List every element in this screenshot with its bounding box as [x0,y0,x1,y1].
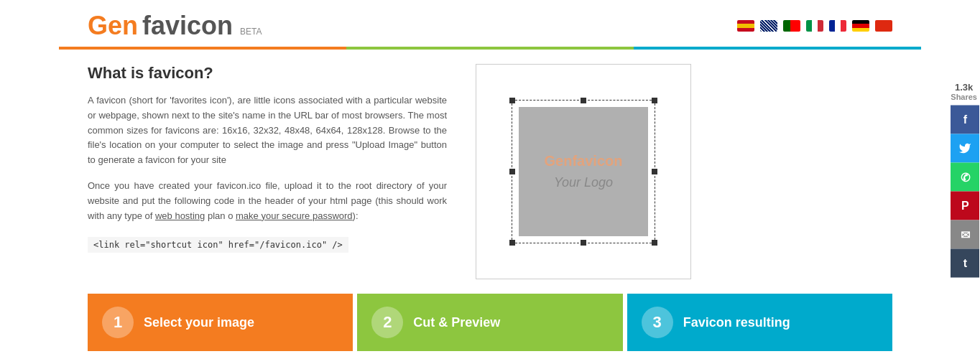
flag-italian[interactable] [806,20,823,32]
social-twitter-button[interactable] [951,134,979,163]
logo-favicon: favicon [142,11,233,41]
step-1-label: Select your image [144,315,254,330]
image-preview: Genfavicon Your Logo [476,64,691,279]
step-1-button[interactable]: 1 Select your image [88,294,353,351]
flag-french[interactable] [829,20,846,32]
crop-handle-tl[interactable] [509,98,515,103]
flag-english[interactable] [760,20,777,32]
logo[interactable]: Genfavicon BETA [88,11,262,41]
social-pinterest-button[interactable]: P [951,192,979,220]
nav-bar [59,47,921,50]
share-count: 1.3k Shares [951,82,980,101]
steps-bar: 1 Select your image 2 Cut & Preview 3 Fa… [59,294,921,351]
social-email-button[interactable]: ✉ [951,220,979,249]
logo-beta: BETA [240,27,262,37]
preview-inner: Genfavicon Your Logo [504,93,662,251]
step-3-circle: 3 [642,307,673,338]
nav-orange [59,47,346,50]
link-password[interactable]: make your secure password [236,210,353,221]
logo-gen: Gen [88,11,138,41]
social-facebook-button[interactable]: f [951,106,979,134]
social-sidebar: 1.3k Shares f ✆ P ✉ t [951,82,980,278]
step-3-button[interactable]: 3 Favicon resulting [627,294,892,351]
step-1-circle: 1 [102,307,134,338]
link-web-hosting[interactable]: web hosting [155,210,205,221]
flag-chinese[interactable] [875,20,892,32]
flag-portuguese[interactable] [783,20,800,32]
crop-handle-tm[interactable] [581,98,586,103]
crop-handle-bm[interactable] [581,240,586,246]
paragraph-2: Once you have created your favicon.ico f… [88,179,447,223]
share-label: Shares [951,93,977,101]
page-title: What is favicon? [88,64,447,83]
crop-handle-mr[interactable] [652,169,657,174]
social-whatsapp-button[interactable]: ✆ [951,163,979,192]
crop-handle-br[interactable] [652,240,657,246]
para2-middle: plan o [208,210,233,221]
step-2-circle: 2 [371,307,403,338]
crop-handle-ml[interactable] [509,169,515,174]
share-number: 1.3k [951,82,977,93]
social-tumblr-button[interactable]: t [951,249,979,278]
nav-blue [634,47,921,50]
code-snippet: <link rel="shortcut icon" href="/favicon… [88,237,348,253]
step-2-button[interactable]: 2 Cut & Preview [357,294,622,351]
crop-box[interactable] [512,100,655,243]
flag-german[interactable] [852,20,869,32]
paragraph-1: A favicon (short for 'favorites icon'), … [88,93,447,168]
step-3-label: Favicon resulting [683,315,790,330]
nav-green [346,47,634,50]
step-2-label: Cut & Preview [413,315,500,330]
flag-spanish[interactable] [737,20,754,32]
crop-handle-tr[interactable] [652,98,657,103]
para2-end: ): [353,210,359,221]
crop-handle-bl[interactable] [509,240,515,246]
language-selector [737,20,892,32]
text-section: What is favicon? A favicon (short for 'f… [88,64,447,279]
